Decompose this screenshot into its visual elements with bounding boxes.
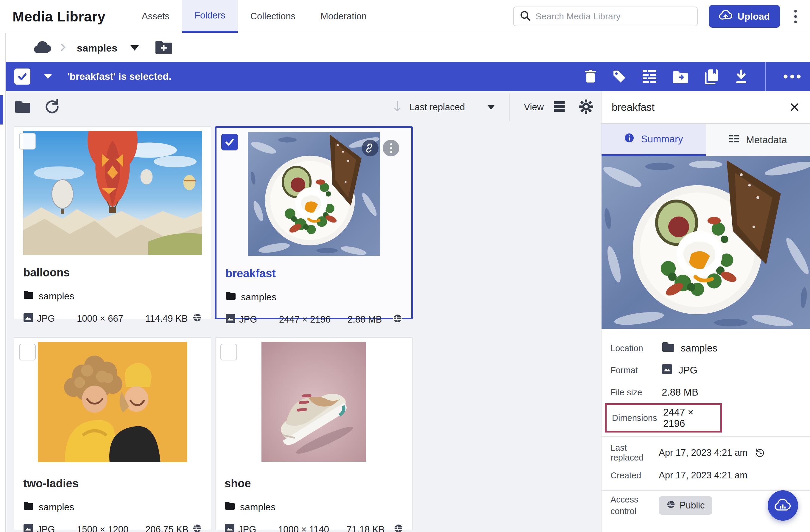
- tab-metadata-label: Metadata: [746, 134, 787, 146]
- select-all-checkbox[interactable]: [14, 68, 30, 85]
- tab-moderation[interactable]: Moderation: [308, 0, 379, 33]
- asset-format: JPG: [239, 314, 257, 325]
- metadata-list-icon: [729, 134, 740, 146]
- selection-bar: 'breakfast' is selected.: [6, 62, 810, 91]
- detail-row-dimensions: Dimensions 2447 × 2196: [612, 407, 715, 429]
- detail-label: File size: [611, 388, 662, 397]
- asset-grid: balloons samples JPG 1000 × 667 114.49 K…: [6, 123, 601, 530]
- detail-label: Dimensions: [612, 413, 663, 423]
- upload-button[interactable]: Upload: [709, 5, 780, 28]
- asset-details-panel: breakfast Summary Metadata: [601, 91, 810, 532]
- cloud-stats-icon: [774, 498, 792, 513]
- delete-icon[interactable]: [584, 69, 597, 84]
- search-box[interactable]: [513, 6, 698, 26]
- tab-metadata[interactable]: Metadata: [706, 124, 810, 156]
- image-format-icon: [23, 523, 33, 532]
- sort-direction-icon[interactable]: [393, 100, 402, 114]
- asset-grid-area: Last replaced View: [6, 91, 601, 532]
- access-value: Public: [680, 500, 704, 511]
- asset-card-two-ladies[interactable]: two-ladies samples JPG 1500 × 1200 206.7…: [14, 337, 211, 530]
- info-icon: [624, 133, 634, 145]
- date-label: Last replaced: [611, 443, 659, 463]
- shoe-thumbnail: [225, 342, 403, 469]
- new-folder-icon[interactable]: [154, 39, 173, 56]
- tab-assets[interactable]: Assets: [129, 0, 182, 33]
- image-format-icon: [662, 364, 673, 377]
- detail-value-dimensions: 2447 × 2196: [663, 407, 715, 429]
- asset-checkbox[interactable]: [19, 133, 36, 149]
- asset-title: balloons: [23, 266, 202, 279]
- more-options-icon[interactable]: [791, 7, 800, 26]
- selection-more-icon[interactable]: [783, 75, 801, 79]
- tab-collections[interactable]: Collections: [238, 0, 308, 33]
- folder-icon: [662, 342, 675, 355]
- public-globe-icon: [192, 523, 202, 532]
- asset-checkbox-checked[interactable]: [221, 134, 238, 150]
- image-format-icon: [23, 312, 33, 325]
- breadcrumb: samples: [0, 34, 810, 62]
- asset-preview-image[interactable]: [602, 156, 810, 329]
- copy-link-icon[interactable]: [362, 140, 378, 156]
- search-input[interactable]: [536, 11, 691, 21]
- folder-view-icon[interactable]: [14, 100, 31, 115]
- balloons-thumbnail: [23, 131, 202, 259]
- breadcrumb-folder[interactable]: samples: [77, 42, 117, 54]
- asset-card-breakfast[interactable]: breakfast samples JPG 2447 × 2196 2.88 M…: [215, 126, 413, 319]
- dimensions-highlight-box: Dimensions 2447 × 2196: [605, 403, 722, 433]
- selection-message: 'breakfast' is selected.: [67, 71, 172, 82]
- asset-more-icon[interactable]: [383, 140, 399, 156]
- page-title: Media Library: [13, 9, 106, 25]
- tab-summary[interactable]: Summary: [602, 124, 706, 156]
- tab-folders[interactable]: Folders: [182, 0, 238, 33]
- refresh-icon[interactable]: [45, 99, 60, 115]
- sort-caret-icon[interactable]: [487, 105, 495, 110]
- asset-folder-name: samples: [240, 502, 275, 513]
- asset-folder-name: samples: [241, 292, 276, 303]
- cloud-home-icon[interactable]: [33, 41, 52, 55]
- asset-checkbox[interactable]: [19, 344, 36, 360]
- access-public-badge[interactable]: Public: [659, 496, 712, 515]
- asset-dimensions: 1000 × 1140: [278, 524, 346, 532]
- folder-icon: [23, 290, 34, 302]
- view-label: View: [524, 102, 544, 113]
- download-icon[interactable]: [734, 69, 748, 84]
- asset-card-balloons[interactable]: balloons samples JPG 1000 × 667 114.49 K…: [14, 126, 211, 319]
- asset-format: JPG: [37, 313, 55, 324]
- detail-label: Format: [611, 366, 662, 375]
- history-icon[interactable]: [755, 448, 765, 457]
- detail-label: Location: [611, 343, 662, 353]
- last-replaced-value: Apr 17, 2023 4:21 am: [659, 447, 747, 458]
- asset-checkbox[interactable]: [221, 344, 237, 360]
- tag-icon[interactable]: [612, 69, 627, 84]
- detail-row-location: Location samples: [611, 337, 801, 359]
- selection-dropdown-caret-icon[interactable]: [44, 74, 52, 79]
- asset-folder-name: samples: [39, 502, 74, 513]
- edit-metadata-icon[interactable]: [642, 70, 657, 83]
- add-to-collection-icon[interactable]: [704, 69, 719, 84]
- access-control-label: Access control: [611, 494, 659, 517]
- breadcrumb-caret-icon[interactable]: [130, 45, 139, 51]
- asset-title: shoe: [225, 477, 403, 490]
- cloud-upload-icon: [719, 10, 732, 23]
- view-mode-icon[interactable]: [553, 100, 566, 114]
- asset-card-shoe[interactable]: shoe samples JPG 1000 × 1140 71.18 KB: [215, 337, 413, 530]
- tab-summary-label: Summary: [641, 133, 683, 145]
- move-to-folder-icon[interactable]: [673, 70, 688, 83]
- folder-icon: [225, 291, 236, 303]
- asset-folder-name: samples: [39, 291, 74, 302]
- support-fab-button[interactable]: [768, 490, 798, 521]
- asset-size: 114.49 KB: [145, 313, 192, 324]
- sort-select[interactable]: Last replaced: [409, 102, 465, 113]
- folder-icon: [225, 501, 235, 513]
- created-row: Created Apr 17, 2023 4:21 am: [602, 464, 810, 487]
- image-format-icon: [225, 313, 236, 326]
- asset-format: JPG: [238, 524, 256, 532]
- upload-label: Upload: [738, 11, 770, 22]
- image-format-icon: [225, 523, 235, 532]
- grid-settings-gear-icon[interactable]: [579, 99, 593, 115]
- app-header: Media Library Assets Folders Collections…: [0, 0, 810, 33]
- asset-title: breakfast: [225, 267, 402, 280]
- asset-format: JPG: [37, 524, 55, 532]
- detail-value-location[interactable]: samples: [681, 342, 717, 354]
- close-icon[interactable]: [789, 102, 800, 113]
